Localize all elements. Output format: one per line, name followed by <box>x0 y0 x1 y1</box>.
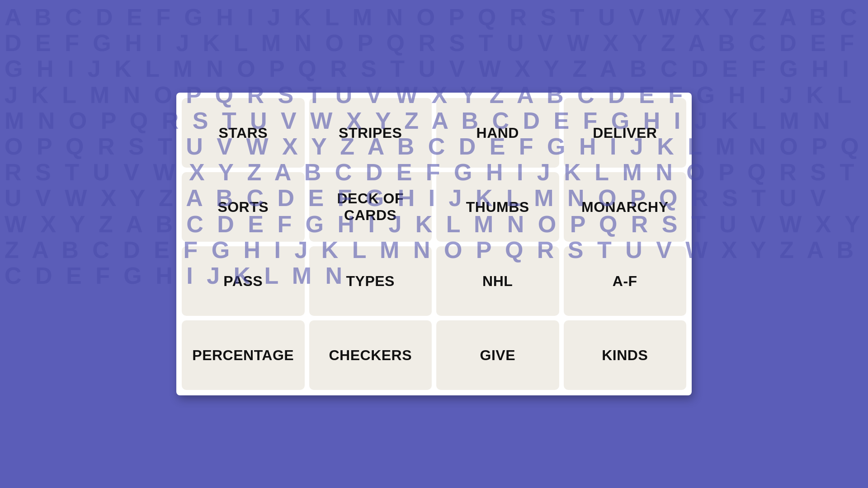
card-label: MONARCHY <box>581 199 668 216</box>
card-item[interactable]: THUMBS <box>436 172 559 242</box>
card-item[interactable]: PERCENTAGE <box>182 320 305 390</box>
card-item[interactable]: STRIPES <box>309 98 432 168</box>
card-label: A-F <box>613 273 637 290</box>
card-grid: STARSSTRIPESHANDDELIVERSORTSDECK OF CARD… <box>182 98 686 390</box>
card-grid-container: STARSSTRIPESHANDDELIVERSORTSDECK OF CARD… <box>176 93 692 395</box>
card-label: TYPES <box>346 273 395 290</box>
card-item[interactable]: SORTS <box>182 172 305 242</box>
card-label: STRIPES <box>339 125 402 141</box>
card-label: PASS <box>223 273 263 290</box>
card-item[interactable]: NHL <box>436 246 559 316</box>
card-label: HAND <box>476 125 519 141</box>
card-label: THUMBS <box>466 199 529 216</box>
card-item[interactable]: KINDS <box>564 320 687 390</box>
card-item[interactable]: A-F <box>564 246 687 316</box>
card-item[interactable]: GIVE <box>436 320 559 390</box>
card-label: KINDS <box>602 347 648 364</box>
card-label: NHL <box>482 273 513 290</box>
card-item[interactable]: TYPES <box>309 246 432 316</box>
card-item[interactable]: CHECKERS <box>309 320 432 390</box>
card-item[interactable]: MONARCHY <box>564 172 687 242</box>
card-label: PERCENTAGE <box>192 347 294 364</box>
card-label: DECK OF CARDS <box>318 190 423 224</box>
card-item[interactable]: DECK OF CARDS <box>309 172 432 242</box>
card-item[interactable]: DELIVER <box>564 98 687 168</box>
card-item[interactable]: PASS <box>182 246 305 316</box>
card-label: DELIVER <box>593 125 657 141</box>
card-item[interactable]: HAND <box>436 98 559 168</box>
card-label: CHECKERS <box>329 347 412 364</box>
card-label: GIVE <box>480 347 515 364</box>
card-label: STARS <box>218 125 268 141</box>
card-label: SORTS <box>217 199 269 216</box>
card-item[interactable]: STARS <box>182 98 305 168</box>
